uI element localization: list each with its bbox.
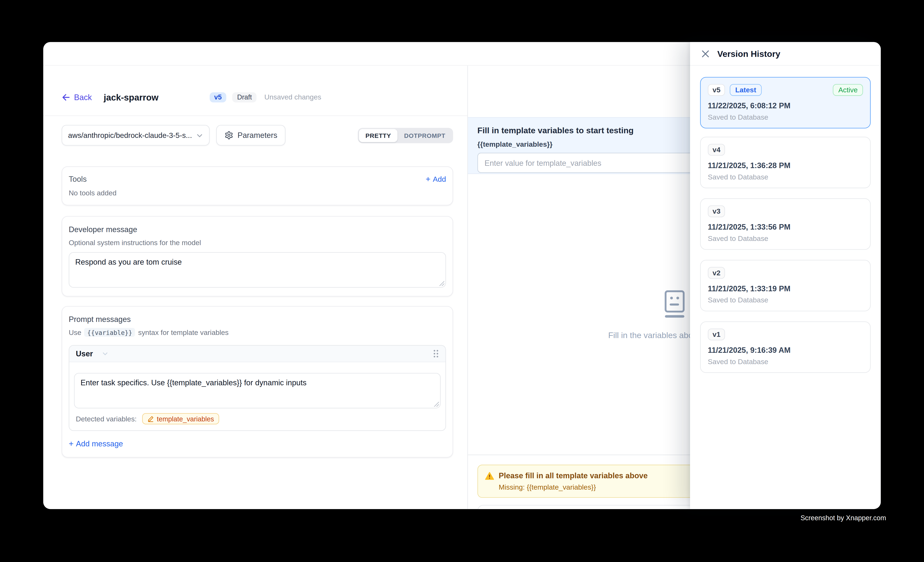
version-badge: v5 — [209, 92, 226, 102]
version-card-v1[interactable]: v1 11/21/2025, 9:16:39 AM Saved to Datab… — [700, 321, 871, 373]
version-chip: v3 — [708, 205, 725, 217]
editor-content: aws/anthropic/bedrock-claude-3-5-s... — [43, 116, 467, 457]
version-history-panel: Version History v5 Latest Active 11/22/2… — [690, 42, 881, 509]
version-chip: v5 — [708, 84, 725, 96]
detected-variables-label: Detected variables: — [76, 415, 137, 423]
model-selector[interactable]: aws/anthropic/bedrock-claude-3-5-s... — [62, 125, 210, 146]
chevron-down-icon — [196, 132, 203, 139]
syntax-hint: Use {{variable}} syntax for template var… — [69, 328, 446, 337]
message-body: Enter task specifics. Use {{template_var… — [69, 362, 446, 430]
unsaved-changes-text: Unsaved changes — [264, 93, 321, 101]
version-note: Saved to Database — [708, 235, 863, 242]
developer-message-card: Developer message Optional system instru… — [62, 216, 453, 296]
add-message-button[interactable]: Add message — [69, 439, 123, 448]
editor-header: Back jack-sparrow v5 Draft Unsaved chang… — [43, 66, 467, 116]
tools-title: Tools — [69, 175, 87, 184]
latest-badge: Latest — [730, 84, 762, 96]
plus-icon — [69, 439, 74, 448]
prompt-messages-title: Prompt messages — [69, 315, 446, 324]
message-textarea-wrap: Enter task specifics. Use {{template_var… — [74, 373, 441, 408]
pencil-icon — [147, 416, 154, 422]
prompt-editor-panel: Back jack-sparrow v5 Draft Unsaved chang… — [43, 66, 467, 509]
close-icon[interactable] — [701, 49, 710, 58]
version-timestamp: 11/21/2025, 1:36:28 PM — [708, 161, 863, 170]
version-note: Saved to Database — [708, 357, 863, 366]
plus-icon — [426, 175, 430, 184]
toggle-pretty[interactable]: PRETTY — [359, 129, 398, 142]
gear-icon — [225, 131, 233, 139]
version-history-title: Version History — [717, 49, 780, 58]
detected-variables-row: Detected variables: template_variables — [74, 408, 441, 430]
version-chip: v1 — [708, 329, 725, 340]
bot-face-icon — [662, 289, 687, 319]
page-title: jack-sparrow — [104, 92, 159, 102]
version-card-v5[interactable]: v5 Latest Active 11/22/2025, 6:08:12 PM … — [700, 77, 871, 129]
model-toolbar: aws/anthropic/bedrock-claude-3-5-s... — [62, 125, 453, 146]
variable-chip-label: template_variables — [157, 415, 214, 423]
parameters-button[interactable]: Parameters — [216, 125, 286, 146]
syntax-code-chip: {{variable}} — [84, 328, 135, 337]
format-toggle: PRETTY DOTPROMPT — [358, 128, 453, 143]
model-selector-value: aws/anthropic/bedrock-claude-3-5-s... — [68, 131, 196, 139]
back-button[interactable]: Back — [62, 93, 92, 102]
developer-message-textarea[interactable]: Respond as you are tom cruise — [69, 252, 446, 288]
developer-message-title: Developer message — [69, 225, 446, 234]
arrow-left-icon — [62, 93, 70, 102]
developer-message-textarea-wrap: Respond as you are tom cruise — [69, 252, 446, 288]
version-timestamp: 11/22/2025, 6:08:12 PM — [708, 101, 863, 110]
drag-handle-icon[interactable] — [433, 349, 439, 358]
version-history-header: Version History — [690, 42, 881, 66]
tools-empty-text: No tools added — [69, 189, 446, 197]
add-tool-label: Add — [433, 175, 446, 183]
version-note: Saved to Database — [708, 173, 863, 181]
prompt-messages-card: Prompt messages Use {{variable}} syntax … — [62, 306, 453, 457]
syntax-suffix: syntax for template variables — [138, 328, 229, 336]
add-message-label: Add message — [76, 439, 123, 448]
message-block: User — [69, 345, 446, 431]
add-tool-button[interactable]: Add — [426, 175, 446, 184]
version-note: Saved to Database — [708, 113, 863, 121]
version-chip: v2 — [708, 267, 725, 279]
developer-message-subtitle: Optional system instructions for the mod… — [69, 239, 446, 247]
chevron-down-icon — [102, 350, 108, 357]
back-label: Back — [74, 93, 92, 102]
warning-triangle-icon — [485, 472, 494, 480]
variable-chip[interactable]: template_variables — [142, 413, 219, 424]
draft-badge: Draft — [232, 92, 256, 102]
message-header: User — [69, 346, 446, 362]
version-timestamp: 11/21/2025, 9:16:39 AM — [708, 346, 863, 354]
role-selector[interactable]: User — [76, 349, 108, 358]
active-badge: Active — [833, 84, 863, 96]
tools-card: Tools Add No tools added — [62, 166, 453, 205]
role-value: User — [76, 349, 93, 358]
version-card-v2[interactable]: v2 11/21/2025, 1:33:19 PM Saved to Datab… — [700, 260, 871, 311]
syntax-prefix: Use — [69, 328, 81, 336]
warning-title: Please fill in all template variables ab… — [499, 471, 648, 480]
version-timestamp: 11/21/2025, 1:33:56 PM — [708, 223, 863, 232]
message-textarea[interactable]: Enter task specifics. Use {{template_var… — [74, 373, 441, 408]
version-chip: v4 — [708, 144, 725, 155]
parameters-label: Parameters — [237, 131, 278, 139]
version-timestamp: 11/21/2025, 1:33:19 PM — [708, 284, 863, 293]
version-card-v4[interactable]: v4 11/21/2025, 1:36:28 PM Saved to Datab… — [700, 137, 871, 188]
screenshot-stage: Back jack-sparrow v5 Draft Unsaved chang… — [0, 0, 924, 562]
toggle-dotprompt[interactable]: DOTPROMPT — [398, 129, 452, 142]
version-list: v5 Latest Active 11/22/2025, 6:08:12 PM … — [690, 66, 881, 373]
xnapper-watermark: Screenshot by Xnapper.com — [801, 514, 886, 522]
version-note: Saved to Database — [708, 296, 863, 304]
version-card-v3[interactable]: v3 11/21/2025, 1:33:56 PM Saved to Datab… — [700, 198, 871, 250]
